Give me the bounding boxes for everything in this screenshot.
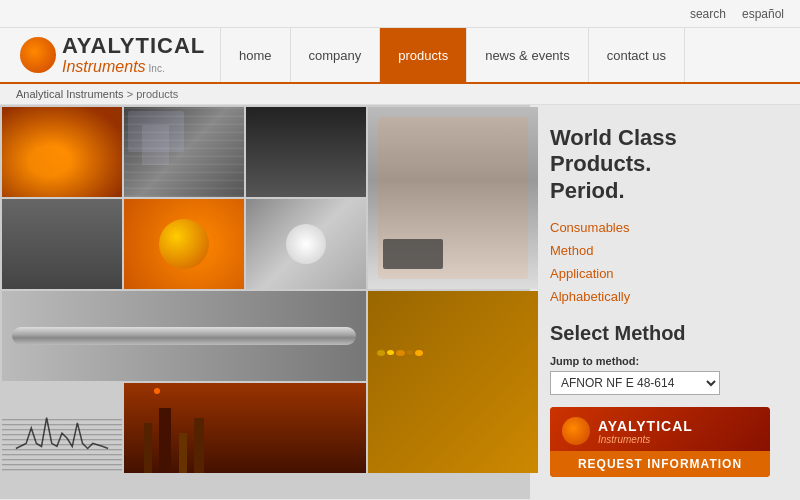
alphabetically-link[interactable]: Alphabetically [550,289,780,304]
main: World Class Products. Period. Consumable… [0,105,800,499]
card-logo-circle-icon [562,417,590,445]
grid-image-9 [368,291,538,473]
image-grid [0,105,530,499]
grid-image-5 [2,199,122,289]
grid-image-6 [124,199,244,289]
grid-image-2 [124,107,244,197]
logo-circle-icon [20,37,56,73]
logo-card: AYALYTICAL Instruments REQUEST INFORMATI… [550,407,770,477]
card-logo-text: AYALYTICAL Instruments [598,418,693,445]
method-select[interactable]: AFNOR NF E 48-614 ASTM D 445 ASTM D 664 … [550,371,720,395]
application-link[interactable]: Application [550,266,780,281]
logo-text: AYALYTICAL Instruments Inc. [62,34,205,76]
consumables-link[interactable]: Consumables [550,220,780,235]
select-method-title: Select Method [550,322,780,345]
grid-image-11 [124,383,366,473]
nav-products[interactable]: products [380,28,467,82]
breadcrumb: Analytical Instruments > products [0,84,800,105]
breadcrumb-home[interactable]: Analytical Instruments [16,88,124,100]
search-link[interactable]: search [690,7,726,21]
espanol-link[interactable]: español [742,7,784,21]
nav-home[interactable]: home [220,28,291,82]
logo-card-inner: AYALYTICAL Instruments [550,407,770,451]
nav: home company products news & events cont… [220,28,800,82]
logo-bottom: Instruments [62,58,146,76]
grid-image-7 [246,199,366,289]
top-bar: search español [0,0,800,28]
logo-inc: Inc. [149,63,165,74]
grid-image-4 [368,107,538,289]
select-method-section: Select Method Jump to method: AFNOR NF E… [550,322,780,395]
logo-area: AYALYTICAL Instruments Inc. [0,34,220,76]
breadcrumb-separator: > [127,88,136,100]
nav-company[interactable]: company [291,28,381,82]
nav-contact-us[interactable]: contact us [589,28,685,82]
right-panel: World Class Products. Period. Consumable… [530,105,800,499]
card-logo-bottom: Instruments [598,434,693,445]
grid-image-10 [2,383,122,473]
method-link[interactable]: Method [550,243,780,258]
request-information-button[interactable]: REQUEST INFORMATION [550,451,770,477]
breadcrumb-current: products [136,88,178,100]
nav-news-events[interactable]: news & events [467,28,589,82]
jump-to-method-label: Jump to method: [550,355,780,367]
grid-image-1 [2,107,122,197]
header: AYALYTICAL Instruments Inc. home company… [0,28,800,84]
world-class-title: World Class Products. Period. [550,125,780,204]
grid-image-8 [2,291,366,381]
grid-image-3 [246,107,366,197]
logo-top: AYALYTICAL [62,34,205,58]
card-logo-top: AYALYTICAL [598,418,693,434]
